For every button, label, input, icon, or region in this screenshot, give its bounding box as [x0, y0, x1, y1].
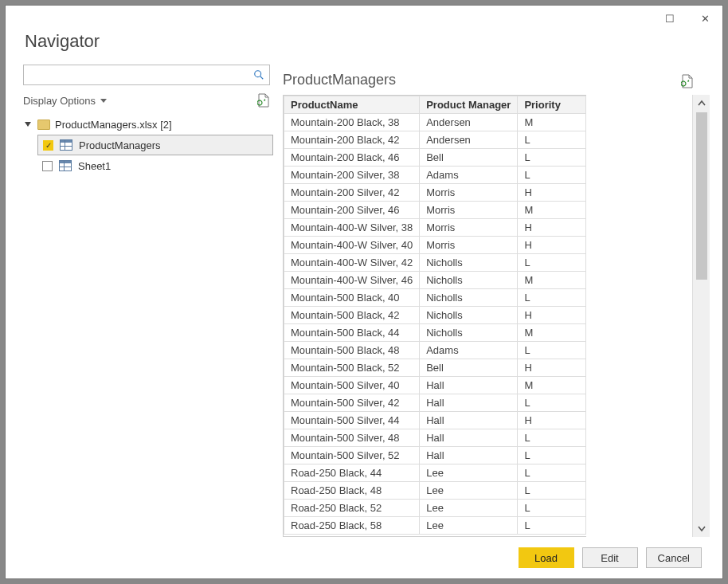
expand-arrow-icon[interactable]: [25, 122, 31, 127]
table-cell: Bell: [420, 359, 518, 377]
table-cell: L: [518, 482, 586, 500]
table-cell: H: [518, 184, 586, 202]
dialog-header: Navigator: [6, 31, 722, 65]
cancel-button[interactable]: Cancel: [646, 547, 702, 568]
table-cell: Morris: [420, 219, 518, 237]
table-row[interactable]: Mountain-200 Black, 42AndersenL: [284, 131, 586, 149]
table-cell: Nicholls: [420, 289, 518, 307]
table-cell: Mountain-500 Black, 52: [284, 359, 420, 377]
svg-point-0: [255, 71, 261, 77]
load-button[interactable]: Load: [519, 547, 574, 568]
table-cell: Mountain-200 Black, 46: [284, 149, 420, 167]
refresh-preview-icon[interactable]: [257, 93, 270, 108]
table-cell: Morris: [420, 237, 518, 254]
column-header[interactable]: Priority: [518, 96, 586, 114]
table-cell: Bell: [420, 149, 518, 167]
search-input[interactable]: [29, 69, 253, 81]
table-cell: Mountain-500 Black, 42: [284, 307, 420, 324]
table-row[interactable]: Mountain-500 Black, 42NichollsH: [284, 307, 586, 324]
table-row[interactable]: Mountain-400-W Silver, 46NichollsM: [284, 272, 586, 289]
table-row[interactable]: Road-250 Black, 44LeeL: [284, 464, 586, 482]
table-row[interactable]: Mountain-500 Black, 52BellH: [284, 359, 586, 377]
column-header[interactable]: ProductName: [284, 96, 420, 114]
navigator-pane: Display Options ProductManagers.xlsx [2]…: [6, 65, 283, 537]
titlebar: ☐ ✕: [6, 6, 722, 31]
table-row[interactable]: Mountain-200 Black, 46BellL: [284, 149, 586, 167]
search-icon[interactable]: [253, 69, 264, 80]
table-icon: [59, 160, 72, 171]
table-cell: H: [518, 307, 586, 324]
close-button[interactable]: ✕: [694, 10, 716, 27]
table-row[interactable]: Road-250 Black, 48LeeL: [284, 482, 586, 500]
tree-file-node[interactable]: ProductManagers.xlsx [2]: [23, 114, 283, 135]
table-row[interactable]: Mountain-500 Silver, 52HallL: [284, 447, 586, 464]
table-cell: Hall: [420, 377, 518, 394]
table-cell: M: [518, 202, 586, 219]
vertical-scrollbar[interactable]: [692, 95, 710, 537]
table-cell: Mountain-400-W Silver, 42: [284, 254, 420, 272]
tree-item-sheet1[interactable]: Sheet1: [37, 155, 283, 176]
dialog-title: Navigator: [25, 31, 722, 52]
table-row[interactable]: Mountain-500 Silver, 42HallL: [284, 394, 586, 412]
table-row[interactable]: Mountain-500 Silver, 40HallM: [284, 377, 586, 394]
table-row[interactable]: Mountain-500 Black, 40NichollsL: [284, 289, 586, 307]
table-cell: L: [518, 342, 586, 359]
table-cell: Andersen: [420, 114, 518, 131]
table-cell: L: [518, 254, 586, 272]
scrollbar-thumb[interactable]: [696, 112, 707, 280]
scroll-down-button[interactable]: [693, 519, 710, 537]
table-cell: Lee: [420, 517, 518, 535]
table-cell: Mountain-500 Silver, 40: [284, 377, 420, 394]
table-row[interactable]: Mountain-200 Silver, 46MorrisM: [284, 202, 586, 219]
checkbox[interactable]: [42, 161, 53, 171]
table-cell: Road-250 Black, 58: [284, 517, 420, 535]
table-row[interactable]: Mountain-400-W Silver, 38MorrisH: [284, 219, 586, 237]
tree-item-label: ProductManagers: [79, 139, 161, 151]
display-options-label: Display Options: [23, 95, 96, 107]
restore-button[interactable]: ☐: [659, 10, 681, 27]
table-cell: Mountain-400-W Silver, 40: [284, 237, 420, 254]
table-row[interactable]: Mountain-500 Black, 44NichollsM: [284, 324, 586, 342]
table-cell: L: [518, 167, 586, 184]
table-cell: Nicholls: [420, 272, 518, 289]
table-cell: H: [518, 412, 586, 429]
table-cell: Hall: [420, 394, 518, 412]
svg-line-1: [260, 76, 264, 80]
file-label: ProductManagers.xlsx [2]: [55, 119, 172, 131]
table-row[interactable]: Mountain-500 Silver, 48HallL: [284, 429, 586, 447]
table-row[interactable]: Mountain-400-W Silver, 40MorrisH: [284, 237, 586, 254]
table-cell: Mountain-500 Black, 40: [284, 289, 420, 307]
table-cell: Lee: [420, 464, 518, 482]
table-cell: H: [518, 237, 586, 254]
table-cell: M: [518, 272, 586, 289]
refresh-data-icon[interactable]: [681, 74, 694, 88]
preview-grid: ProductNameProduct ManagerPriorityMounta…: [283, 95, 586, 537]
table-cell: L: [518, 429, 586, 447]
table-cell: Road-250 Black, 48: [284, 482, 420, 500]
edit-button[interactable]: Edit: [582, 547, 638, 568]
table-row[interactable]: Mountain-200 Silver, 42MorrisH: [284, 184, 586, 202]
table-row[interactable]: Road-250 Black, 58LeeL: [284, 517, 586, 535]
table-row[interactable]: Mountain-200 Silver, 38AdamsL: [284, 167, 586, 184]
table-cell: Mountain-200 Silver, 42: [284, 184, 420, 202]
table-row[interactable]: Mountain-500 Black, 48AdamsL: [284, 342, 586, 359]
table-row[interactable]: Mountain-400-W Silver, 42NichollsL: [284, 254, 586, 272]
table-row[interactable]: Road-250 Black, 52LeeL: [284, 500, 586, 517]
table-cell: L: [518, 464, 586, 482]
table-cell: Mountain-400-W Silver, 38: [284, 219, 420, 237]
table-cell: L: [518, 394, 586, 412]
table-cell: Morris: [420, 184, 518, 202]
table-row[interactable]: Mountain-500 Silver, 44HallH: [284, 412, 586, 429]
dialog-footer: Load Edit Cancel: [6, 537, 722, 578]
checkbox[interactable]: ✓: [43, 140, 53, 151]
table-row[interactable]: Mountain-200 Black, 38AndersenM: [284, 114, 586, 131]
column-header[interactable]: Product Manager: [420, 96, 518, 114]
search-box[interactable]: [23, 65, 270, 85]
display-options-dropdown[interactable]: Display Options: [23, 95, 107, 107]
scroll-up-button[interactable]: [693, 95, 710, 112]
grid-spacer: [586, 95, 692, 537]
tree-item-productmanagers[interactable]: ✓ProductManagers: [37, 135, 273, 155]
table-cell: Hall: [420, 447, 518, 464]
table-cell: L: [518, 131, 586, 149]
table-cell: Mountain-500 Black, 44: [284, 324, 420, 342]
